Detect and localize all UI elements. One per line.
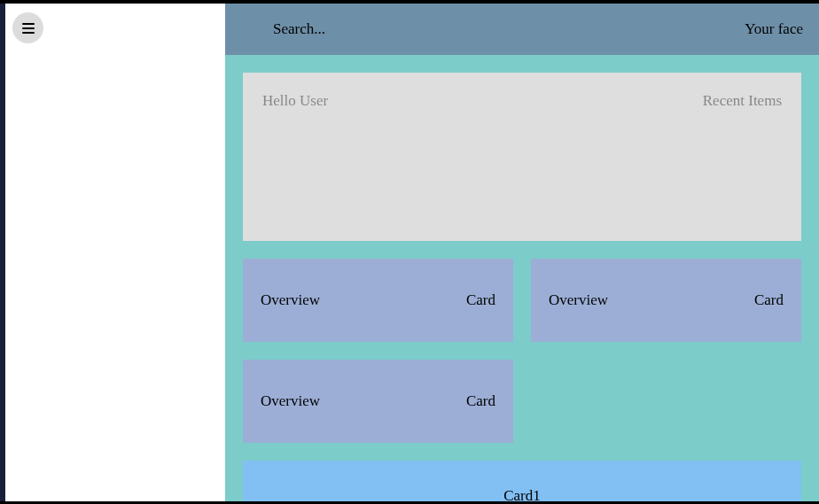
hero-panel: Hello User Recent Items: [243, 73, 801, 241]
menu-button[interactable]: [12, 12, 43, 43]
overview-card[interactable]: Overview Card: [243, 360, 513, 443]
hamburger-icon: [22, 23, 35, 34]
greeting-text: Hello User: [262, 92, 328, 221]
card-title: Overview: [261, 392, 320, 410]
recent-items-label[interactable]: Recent Items: [703, 92, 782, 221]
header-bar: Search... Your face: [225, 4, 819, 55]
overview-card[interactable]: Overview Card: [531, 259, 801, 342]
content-area: Hello User Recent Items Overview Card Ov…: [225, 55, 819, 501]
card-tag: Card: [466, 392, 495, 410]
card-tag: Card: [466, 291, 495, 309]
user-label[interactable]: Your face: [745, 20, 803, 38]
left-rail: [0, 4, 5, 504]
main-panel: Search... Your face Hello User Recent It…: [225, 4, 819, 501]
big-card-label: Card1: [503, 487, 541, 501]
card-title: Overview: [261, 291, 320, 309]
overview-cards-grid: Overview Card Overview Card Overview Car…: [243, 259, 801, 443]
search-input[interactable]: Search...: [273, 20, 325, 38]
big-card[interactable]: Card1: [243, 461, 801, 501]
card-tag: Card: [754, 291, 784, 309]
card-title: Overview: [549, 291, 608, 309]
overview-card[interactable]: Overview Card: [243, 259, 513, 342]
